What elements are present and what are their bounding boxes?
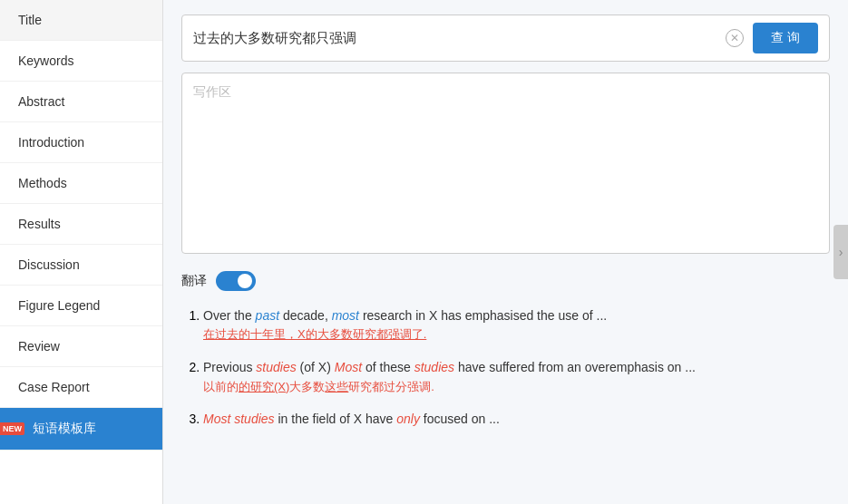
text-segment-italic: Most studies [203, 412, 275, 426]
text-segment: focused on ... [420, 412, 500, 426]
text-segment: have suffered from an overemphasis on ..… [454, 360, 696, 374]
result-zh-text: 在过去的十年里，X的大多数研究都强调了. [203, 325, 830, 344]
sidebar-item-label: Abstract [18, 94, 64, 109]
sidebar-item-label: Figure Legend [18, 298, 100, 313]
text-segment: 的研究(X) [239, 380, 289, 393]
text-segment-italic: studies [256, 360, 296, 374]
text-segment-italic: most [332, 308, 359, 323]
list-item: Most studies in the field of X have only… [203, 409, 830, 429]
result-en-text: Most studies in the field of X have only… [203, 409, 830, 429]
search-input[interactable] [193, 31, 726, 46]
result-en-text: Over the past decade, most research in X… [203, 305, 830, 325]
sidebar-item-label: 短语模板库 [33, 421, 96, 435]
sidebar-item-label: Discussion [18, 257, 80, 272]
toggle-thumb [238, 274, 252, 288]
translation-toggle[interactable] [216, 271, 256, 291]
translation-label: 翻译 [181, 273, 207, 289]
sidebar-item-label: Title [18, 13, 42, 27]
sidebar-item-phrase-library[interactable]: 短语模板库 [0, 408, 162, 451]
text-segment: decade, [279, 308, 332, 323]
text-segment: in the field of X have [275, 412, 397, 426]
sidebar-item-discussion[interactable]: Discussion [0, 245, 162, 286]
list-item: Over the past decade, most research in X… [203, 305, 830, 344]
list-item: Previous studies (of X) Most of these st… [203, 357, 830, 396]
sidebar-item-label: Keywords [18, 53, 73, 68]
sidebar-item-title[interactable]: Title [0, 0, 162, 41]
text-segment-italic: only [396, 412, 420, 426]
sidebar-item-label: Methods [18, 176, 67, 190]
sidebar-item-case-report[interactable]: Case Report [0, 367, 162, 408]
sidebar-item-results[interactable]: Results [0, 204, 162, 245]
text-segment: 以前的 [203, 380, 239, 393]
sidebar-item-figure-legend[interactable]: Figure Legend [0, 286, 162, 326]
sidebar-item-methods[interactable]: Methods [0, 163, 162, 204]
sidebar-item-keywords[interactable]: Keywords [0, 41, 162, 82]
text-segment: 研究都过分强调. [348, 380, 434, 393]
sidebar-item-introduction[interactable]: Introduction [0, 122, 162, 163]
result-en-text: Previous studies (of X) Most of these st… [203, 357, 830, 377]
search-button[interactable]: 查 询 [753, 23, 818, 53]
text-segment-italic: past [256, 308, 279, 323]
sidebar-item-review[interactable]: Review [0, 326, 162, 367]
sidebar-item-abstract[interactable]: Abstract [0, 82, 162, 122]
writing-area[interactable] [181, 73, 830, 254]
text-segment: 这些 [325, 380, 348, 393]
sidebar-item-label: Case Report [18, 380, 90, 394]
text-segment: 大多数 [289, 380, 325, 393]
toggle-track [216, 271, 256, 291]
text-segment: of these [362, 360, 414, 374]
sidebar-item-label: Review [18, 339, 60, 354]
sidebar: Title Keywords Abstract Introduction Met… [0, 0, 163, 504]
results-list: Over the past decade, most research in X… [181, 305, 830, 430]
search-bar: ✕ 查 询 [181, 15, 830, 62]
text-segment-italic: Most [335, 360, 362, 374]
result-zh-text: 以前的的研究(X)大多数这些研究都过分强调. [203, 378, 830, 397]
text-segment-italic: studies [414, 360, 454, 374]
clear-icon[interactable]: ✕ [726, 29, 744, 47]
text-segment: Previous [203, 360, 256, 374]
right-edge-tab[interactable] [833, 225, 848, 279]
text-segment: research in X has emphasised the use of … [359, 308, 607, 323]
main-content: ✕ 查 询 翻译 Over the past decade, most rese… [163, 0, 848, 504]
text-segment: (of X) [297, 360, 335, 374]
sidebar-item-label: Introduction [18, 135, 84, 150]
sidebar-item-label: Results [18, 217, 61, 231]
text-segment: Over the [203, 308, 256, 323]
text-segment: 在过去的十年里，X的大多数研究都强调了. [203, 327, 426, 341]
translation-row: 翻译 [181, 271, 830, 291]
